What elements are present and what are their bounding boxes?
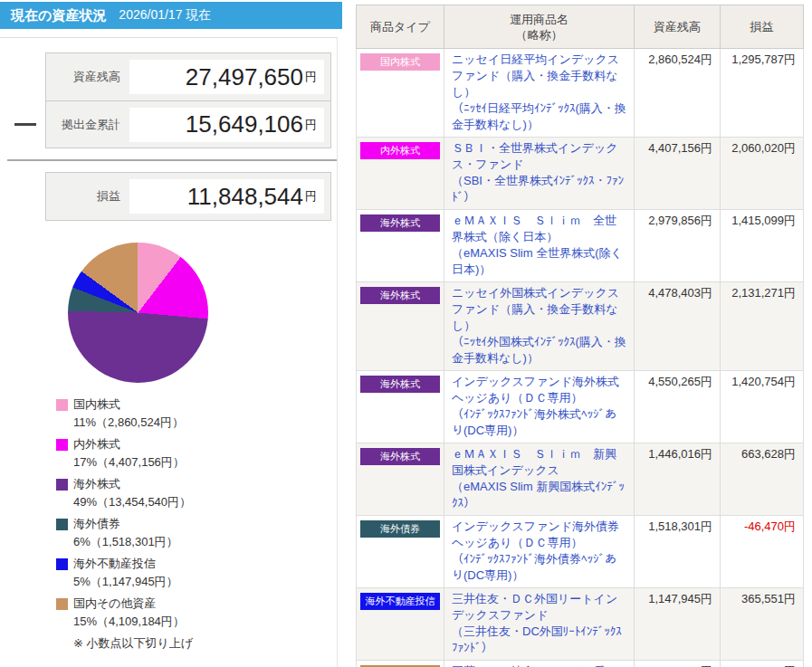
- balance-cell: 1,446,016円: [635, 443, 721, 516]
- legend-item: 国内株式 11%（2,860,524円）: [56, 396, 193, 431]
- table-row: 海外株式 ニッセイ外国株式インデックスファンド（購入・換金手数料なし） （ﾆｯｾ…: [357, 282, 804, 371]
- table-row: 内外株式 ＳＢＩ・全世界株式インデックス・ファンド （SBI・全世界株式ｲﾝﾃﾞ…: [357, 138, 804, 210]
- col-header-balance: 資産残高: [635, 5, 721, 49]
- table-header-row: 商品タイプ 運用商品名 （略称） 資産残高 損益: [357, 5, 804, 49]
- col-header-name: 運用商品名 （略称）: [444, 5, 635, 49]
- product-type-badge: 海外債券: [360, 520, 440, 538]
- balance-cell: 4,109,184円: [635, 661, 721, 667]
- product-name-link[interactable]: ＳＢＩ・全世界株式インデックス・ファンド: [452, 140, 626, 173]
- product-type-badge: 内外株式: [360, 142, 440, 159]
- minus-operator-icon: [14, 123, 36, 126]
- product-abbr: （ｲﾝﾃﾞｯｸｽﾌｧﾝﾄﾞ海外株式ﾍｯｼﾞあり(DC専用)）: [452, 406, 626, 439]
- table-row: 国内その他資産 三菱ＵＦＪ純金ファンド（愛称：ファインゴールド） （三菱UFJ純…: [357, 661, 804, 667]
- legend-label: 内外株式: [73, 436, 120, 453]
- pl-cell: 1,415,099円: [721, 210, 804, 282]
- asset-summary-box: 資産残高 27,497,650円 拠出金累計 15,649,106円: [45, 52, 331, 148]
- product-type-badge: 海外株式: [360, 448, 440, 465]
- legend-item: 海外不動産投信 5%（1,147,945円）: [56, 556, 193, 590]
- product-abbr: （ｲﾝﾃﾞｯｸｽﾌｧﾝﾄﾞ海外債券ﾍｯｼﾞあり(DC専用)）: [452, 551, 626, 584]
- balance-label: 資産残高: [46, 69, 129, 85]
- yen-unit: 円: [305, 117, 317, 133]
- product-type-badge: 海外株式: [360, 287, 440, 304]
- product-name-link[interactable]: ｅＭＡＸＩＳ Ｓｌｉｍ 新興国株式インデックス: [452, 446, 626, 479]
- legend-item: 国内その他資産 15%（4,109,184円）: [56, 596, 193, 630]
- contribution-row: 拠出金累計 15,649,106円: [46, 100, 330, 148]
- balance-cell: 4,478,403円: [635, 282, 721, 371]
- pl-cell: 1,420,754円: [721, 371, 804, 443]
- product-abbr: （eMAXIS Slim 新興国株式ｲﾝﾃﾞｯｸｽ）: [452, 479, 626, 511]
- legend-detail: 17%（4,407,156円）: [73, 454, 193, 471]
- page-title-bar: 現在の資産状況 2026/01/17 現在: [0, 2, 342, 29]
- pl-label: 損益: [46, 188, 129, 205]
- contribution-label: 拠出金累計: [46, 117, 129, 133]
- legend-swatch: [56, 519, 68, 530]
- legend-label: 海外債券: [73, 516, 120, 532]
- table-row: 海外株式 インデックスファンド海外株式ヘッジあり（ＤＣ専用） （ｲﾝﾃﾞｯｸｽﾌ…: [357, 371, 804, 443]
- page-title: 現在の資産状況: [11, 7, 106, 24]
- contribution-value: 15,649,106円: [129, 108, 324, 142]
- panel-divider: [337, 37, 338, 667]
- pl-cell: 365,551円: [721, 588, 804, 661]
- asset-status-panel: 現在の資産状況 2026/01/17 現在 資産残高 27,497,650円 拠…: [0, 0, 353, 667]
- legend-swatch: [56, 439, 68, 451]
- pl-summary-box: 損益 11,848,544円: [45, 172, 331, 221]
- product-name-link[interactable]: 三菱ＵＦＪ純金ファンド（愛称：ファインゴールド）: [452, 663, 626, 667]
- legend-detail: 5%（1,147,945円）: [73, 574, 193, 590]
- legend-item: 内外株式 17%（4,407,156円）: [56, 436, 193, 471]
- legend-detail: 11%（2,860,524円）: [73, 414, 193, 431]
- equals-divider: [7, 159, 337, 161]
- legend-label: 国内株式: [73, 396, 120, 413]
- products-panel: 商品タイプ 運用商品名 （略称） 資産残高 損益 国内株式 ニッセイ日経平均イン…: [356, 5, 811, 667]
- balance-cell: 2,860,524円: [635, 49, 721, 138]
- balance-cell: 2,979,856円: [635, 210, 721, 282]
- products-table: 商品タイプ 運用商品名 （略称） 資産残高 損益 国内株式 ニッセイ日経平均イン…: [356, 5, 804, 667]
- pl-cell: -46,470円: [721, 516, 804, 588]
- product-name-link[interactable]: インデックスファンド海外債券ヘッジあり（ＤＣ専用）: [452, 519, 626, 551]
- pie-legend: 国内株式 11%（2,860,524円） 内外株式 17%（4,407,156円…: [56, 396, 193, 652]
- pl-row: 損益 11,848,544円: [46, 173, 330, 220]
- legend-detail: 15%（4,109,184円）: [73, 614, 193, 630]
- pl-cell: 663,628円: [721, 443, 804, 516]
- legend-label: 国内その他資産: [73, 596, 157, 612]
- product-name-link[interactable]: インデックスファンド海外株式ヘッジあり（ＤＣ専用）: [452, 374, 626, 406]
- product-name-link[interactable]: 三井住友・ＤＣ外国リートインデックスファンド: [452, 591, 626, 624]
- table-row: 国内株式 ニッセイ日経平均インデックスファンド（購入・換金手数料なし） （ﾆｯｾ…: [357, 49, 804, 138]
- product-name-link[interactable]: ｅＭＡＸＩＳ Ｓｌｉｍ 全世界株式（除く日本）: [452, 213, 626, 245]
- product-abbr: （ﾆｯｾｲ日経平均ｲﾝﾃﾞｯｸｽ(購入・換金手数料なし)）: [452, 100, 626, 133]
- table-row: 海外株式 ｅＭＡＸＩＳ Ｓｌｉｍ 新興国株式インデックス （eMAXIS Sli…: [357, 443, 804, 516]
- yen-unit: 円: [305, 188, 317, 205]
- legend-swatch: [56, 399, 68, 411]
- pl-cell: 1,295,787円: [721, 49, 804, 138]
- legend-label: 海外不動産投信: [73, 556, 156, 572]
- legend-detail: 49%（13,454,540円）: [73, 494, 193, 510]
- pl-cell: 2,060,020円: [721, 138, 804, 210]
- legend-item: 海外株式 49%（13,454,540円）: [56, 476, 193, 510]
- legend-detail: 6%（1,518,301円）: [73, 534, 193, 550]
- product-name-link[interactable]: ニッセイ日経平均インデックスファンド（購入・換金手数料なし）: [452, 52, 626, 100]
- legend-note: ※ 小数点以下切り上げ: [73, 635, 193, 652]
- as-of-date: 2026/01/17 現在: [119, 7, 211, 24]
- col-header-type: 商品タイプ: [357, 5, 444, 49]
- balance-value: 27,497,650円: [129, 60, 324, 94]
- balance-cell: 1,518,301円: [635, 516, 721, 588]
- header-divider: [0, 37, 337, 38]
- product-abbr: （ﾆｯｾｲ外国株式ｲﾝﾃﾞｯｸｽ(購入・換金手数料なし)）: [452, 334, 626, 367]
- balance-cell: 1,147,945円: [635, 588, 721, 661]
- pie-chart: [68, 243, 208, 383]
- table-row: 海外債券 インデックスファンド海外債券ヘッジあり（ＤＣ専用） （ｲﾝﾃﾞｯｸｽﾌ…: [357, 516, 804, 588]
- product-abbr: （三井住友・DC外国ﾘｰﾄｲﾝﾃﾞｯｸｽﾌｧﾝﾄﾞ）: [452, 624, 626, 656]
- table-row: 海外不動産投信 三井住友・ＤＣ外国リートインデックスファンド （三井住友・DC外…: [357, 588, 804, 661]
- yen-unit: 円: [305, 69, 317, 85]
- legend-swatch: [56, 479, 68, 491]
- table-row: 海外株式 ｅＭＡＸＩＳ Ｓｌｉｍ 全世界株式（除く日本） （eMAXIS Sli…: [357, 210, 804, 282]
- product-name-link[interactable]: ニッセイ外国株式インデックスファンド（購入・換金手数料なし）: [452, 285, 626, 334]
- balance-cell: 4,550,265円: [635, 371, 721, 443]
- product-abbr: （eMAXIS Slim 全世界株式(除く日本)）: [452, 245, 626, 278]
- col-header-pl: 損益: [721, 5, 804, 49]
- pl-value: 11,848,544円: [129, 179, 324, 214]
- legend-label: 海外株式: [73, 476, 120, 492]
- balance-cell: 4,407,156円: [635, 138, 721, 210]
- product-type-badge: 海外株式: [360, 214, 440, 232]
- product-abbr: （SBI・全世界株式ｲﾝﾃﾞｯｸｽ・ﾌｧﾝﾄﾞ）: [452, 173, 626, 205]
- pl-cell: 2,131,271円: [721, 282, 804, 371]
